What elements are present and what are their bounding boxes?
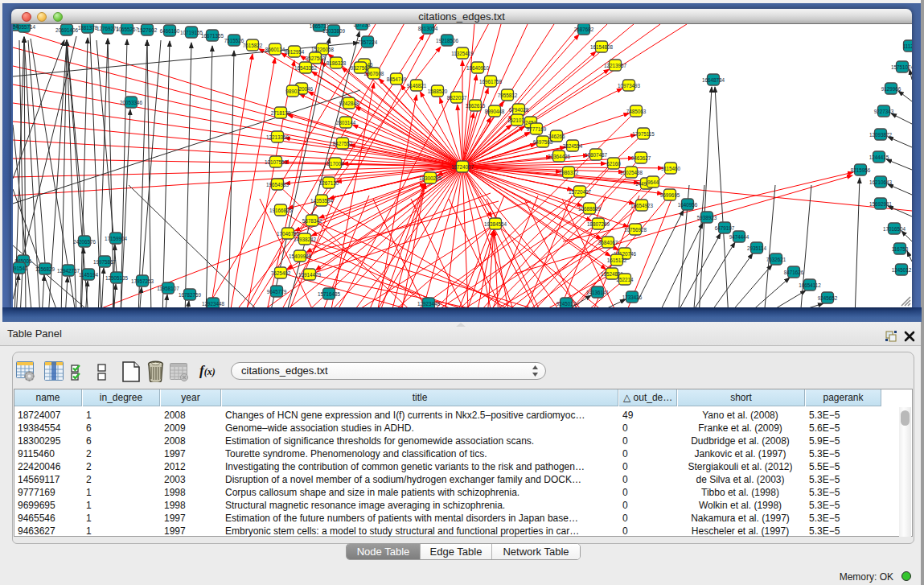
svg-text:15226058: 15226058 [311, 47, 335, 52]
svg-text:12942757: 12942757 [57, 268, 80, 274]
svg-text:6794028: 6794028 [509, 107, 529, 113]
svg-text:6497568: 6497568 [533, 139, 553, 145]
svg-text:16543362: 16543362 [294, 65, 318, 71]
svg-text:9245652: 9245652 [818, 295, 838, 301]
svg-text:16671355: 16671355 [201, 33, 224, 39]
svg-text:3684067: 3684067 [598, 240, 618, 245]
svg-text:1145194: 1145194 [79, 272, 99, 278]
svg-text:7955812: 7955812 [498, 93, 518, 98]
svg-text:1156829: 1156829 [35, 266, 55, 272]
svg-text:10107553: 10107553 [265, 159, 288, 165]
svg-text:14938242: 14938242 [294, 237, 317, 242]
svg-text:10756928: 10756928 [624, 227, 647, 233]
svg-text:2935114: 2935114 [747, 245, 767, 251]
svg-text:9115460: 9115460 [661, 166, 681, 171]
svg-text:3824554: 3824554 [563, 143, 583, 149]
svg-text:2687682: 2687682 [574, 27, 594, 32]
svg-text:1615132: 1615132 [607, 257, 627, 263]
svg-text:7615822: 7615822 [243, 43, 263, 48]
svg-text:10688609: 10688609 [578, 206, 602, 212]
svg-text:116753: 116753 [892, 246, 909, 252]
svg-text:16914479: 16914479 [298, 272, 322, 278]
svg-text:1733426: 1733426 [622, 295, 643, 300]
svg-text:1527602: 1527602 [138, 27, 158, 33]
svg-text:18724007: 18724007 [451, 164, 474, 170]
svg-text:817004: 817004 [326, 161, 344, 167]
svg-text:7515526: 7515526 [224, 38, 244, 43]
svg-text:16154808: 16154808 [590, 44, 614, 50]
svg-text:1244415: 1244415 [869, 154, 889, 160]
svg-text:12093872: 12093872 [869, 132, 893, 138]
svg-text:19975867: 19975867 [93, 259, 117, 265]
svg-text:11125: 11125 [903, 43, 912, 49]
svg-text:1245012: 1245012 [892, 267, 912, 273]
svg-text:9645779: 9645779 [267, 289, 287, 295]
svg-text:10655267: 10655267 [116, 27, 139, 32]
svg-text:15720407: 15720407 [569, 189, 592, 195]
svg-text:9245012: 9245012 [556, 301, 577, 307]
svg-text:1640956: 1640956 [678, 202, 698, 208]
svg-text:12923448: 12923448 [202, 301, 225, 307]
svg-text:10807487: 10807487 [585, 152, 608, 158]
svg-text:8322037: 8322037 [447, 95, 467, 101]
svg-text:24055714: 24055714 [13, 24, 35, 30]
svg-text:20053346: 20053346 [120, 100, 143, 105]
svg-text:17957253: 17957253 [131, 278, 154, 284]
svg-text:17975115: 17975115 [632, 131, 655, 137]
svg-text:14136141: 14136141 [586, 290, 610, 295]
svg-text:17159904: 17159904 [105, 236, 128, 241]
svg-text:18640910: 18640910 [466, 65, 490, 71]
svg-text:1881378: 1881378 [78, 25, 98, 31]
svg-text:16648784: 16648784 [702, 77, 725, 83]
svg-text:10025438: 10025438 [620, 170, 643, 175]
svg-text:12213369: 12213369 [266, 134, 290, 140]
svg-text:5878342: 5878342 [302, 218, 322, 224]
svg-text:62160: 62160 [606, 161, 621, 167]
svg-text:6479197: 6479197 [715, 225, 735, 231]
svg-text:9463627: 9463627 [631, 155, 651, 161]
svg-text:11958107: 11958107 [157, 286, 179, 291]
svg-text:20364436: 20364436 [548, 154, 571, 159]
svg-text:8427552: 8427552 [333, 141, 353, 146]
svg-text:17016504: 17016504 [883, 226, 906, 232]
svg-text:3267130: 3267130 [319, 180, 339, 186]
svg-text:16033809: 16033809 [322, 28, 346, 34]
svg-text:8813054: 8813054 [418, 26, 438, 31]
svg-text:1588520: 1588520 [428, 89, 448, 94]
svg-text:9644: 9644 [647, 179, 659, 185]
svg-text:9777169: 9777169 [527, 126, 547, 132]
svg-text:24206576: 24206576 [73, 239, 97, 245]
svg-text:7485063: 7485063 [626, 109, 647, 114]
svg-text:7986372: 7986372 [559, 170, 579, 175]
svg-text:15751074: 15751074 [891, 64, 912, 70]
svg-text:9699695: 9699695 [660, 192, 680, 198]
svg-text:19654983: 19654983 [266, 182, 290, 187]
svg-text:8215956: 8215956 [851, 167, 871, 173]
svg-text:16961758: 16961758 [479, 79, 503, 84]
svg-text:8454749: 8454749 [387, 76, 407, 82]
svg-text:8912954: 8912954 [285, 49, 305, 55]
svg-text:10973493: 10973493 [618, 83, 641, 89]
svg-text:1362615: 1362615 [466, 103, 486, 109]
svg-text:2967608: 2967608 [364, 71, 384, 76]
svg-text:6466160: 6466160 [160, 28, 180, 34]
svg-text:15409948: 15409948 [289, 253, 312, 259]
svg-text:19654923: 19654923 [630, 203, 654, 208]
svg-text:19384554: 19384554 [484, 221, 507, 227]
svg-text:8186328: 8186328 [326, 60, 347, 66]
svg-text:252214: 252214 [616, 277, 634, 282]
svg-text:20691406: 20691406 [55, 27, 79, 33]
svg-text:10719155: 10719155 [180, 30, 203, 35]
svg-text:12505135: 12505135 [105, 275, 129, 281]
svg-text:8990448: 8990448 [485, 109, 505, 114]
svg-text:8471626: 8471626 [784, 270, 804, 275]
svg-text:16210643: 16210643 [869, 179, 893, 185]
svg-text:7357224: 7357224 [358, 39, 378, 45]
svg-text:18807249: 18807249 [587, 221, 610, 227]
svg-text:17046786: 17046786 [277, 231, 300, 237]
svg-text:16782759: 16782759 [179, 292, 202, 298]
svg-text:9527503: 9527503 [306, 56, 326, 61]
svg-text:7632621: 7632621 [766, 257, 786, 262]
svg-text:7625402: 7625402 [271, 270, 291, 276]
svg-text:557233: 557233 [353, 24, 371, 27]
